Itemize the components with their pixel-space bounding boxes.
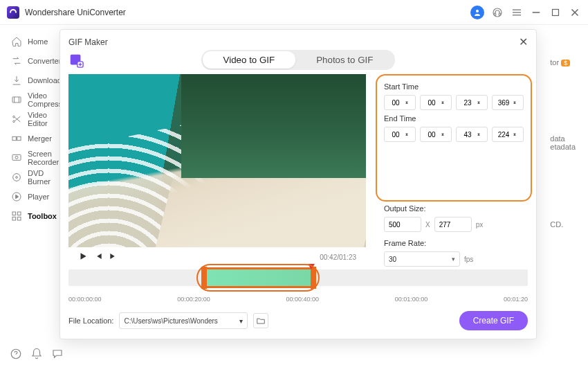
add-media-icon[interactable] [68, 53, 84, 68]
timeline: 00:00:00:00 00:00:20:00 00:00:40:00 00:0… [68, 269, 528, 303]
help-icon[interactable] [10, 348, 22, 360]
frame-rate-label: Frame Rate: [384, 239, 524, 247]
start-millis[interactable]: ▲▼ [492, 95, 524, 110]
svg-point-11 [15, 156, 18, 159]
chevron-down-icon: ▾ [452, 256, 455, 262]
merger-icon [11, 133, 22, 144]
play-button[interactable] [78, 251, 88, 262]
output-width[interactable] [384, 217, 421, 232]
sidebar-item-toolbox[interactable]: Toolbox [11, 206, 55, 226]
end-time-label: End Time [384, 114, 524, 123]
svg-rect-9 [17, 136, 21, 140]
svg-rect-10 [12, 154, 21, 160]
maximize-button[interactable] [549, 6, 562, 19]
download-icon [11, 75, 22, 86]
minimize-button[interactable] [530, 6, 542, 19]
sidebar-item-label: Toolbox [28, 212, 57, 220]
x-label: X [425, 221, 430, 229]
create-gif-button[interactable]: Create GIF [459, 311, 528, 330]
recorder-icon [11, 152, 22, 163]
playback-time: 00:42/01:23 [320, 253, 356, 261]
app-logo-icon [7, 6, 19, 19]
app-title: Wondershare UniConverter [25, 8, 126, 17]
svg-point-13 [16, 177, 18, 179]
open-folder-button[interactable] [253, 313, 268, 328]
end-minutes[interactable]: ▲▼ [420, 127, 452, 142]
svg-rect-16 [17, 212, 21, 215]
scissors-icon [11, 114, 22, 125]
close-button[interactable] [569, 6, 581, 19]
fps-label: fps [464, 256, 473, 263]
frame-rate-select[interactable]: 30▾ [384, 251, 460, 267]
compressor-icon [11, 94, 22, 105]
svg-rect-15 [12, 212, 16, 215]
px-label: px [476, 221, 484, 229]
sidebar-item-label: Player [28, 193, 49, 201]
timeline-ticks: 00:00:00:00 00:00:20:00 00:00:40:00 00:0… [68, 296, 528, 303]
sidebar: Home Converter Downloader Video Compress… [0, 25, 55, 343]
next-frame-button[interactable] [109, 251, 118, 262]
timeline-selection[interactable] [203, 269, 314, 286]
statusbar [0, 343, 73, 365]
svg-rect-2 [495, 12, 496, 15]
timeline-track[interactable] [68, 269, 528, 286]
start-seconds[interactable]: ▲▼ [456, 95, 488, 110]
file-location-select[interactable]: C:\Users\ws\Pictures\Wonders▾ [119, 312, 248, 329]
sidebar-item-merger[interactable]: Merger [11, 129, 55, 148]
dialog-title: GIF Maker [68, 37, 108, 47]
dialog-close-icon[interactable]: ✕ [519, 35, 528, 48]
svg-rect-18 [17, 217, 21, 220]
mode-segment: Video to GIF Photos to GIF [201, 50, 396, 70]
bell-icon[interactable] [30, 348, 43, 360]
tab-photos-to-gif[interactable]: Photos to GIF [295, 51, 394, 69]
sidebar-item-label: DVD Burner [28, 169, 55, 186]
svg-rect-4 [553, 9, 559, 15]
sidebar-item-player[interactable]: Player [11, 187, 55, 206]
dvd-icon [11, 172, 22, 183]
end-seconds[interactable]: ▲▼ [456, 127, 488, 142]
background-window-labels: tor $ data etadata CD. [550, 58, 576, 229]
end-hours[interactable]: ▲▼ [384, 127, 416, 142]
svg-rect-17 [12, 217, 16, 220]
start-time-label: Start Time [384, 82, 524, 91]
end-millis[interactable]: ▲▼ [492, 127, 524, 142]
sidebar-item-converter[interactable]: Converter [11, 51, 55, 71]
chevron-down-icon: ▾ [239, 317, 243, 325]
timeline-playhead[interactable] [308, 264, 315, 269]
sidebar-item-home[interactable]: Home [11, 32, 55, 51]
svg-rect-3 [499, 12, 500, 15]
svg-rect-5 [12, 97, 21, 103]
main-area: tor $ data etadata CD. GIF Maker ✕ Video… [55, 25, 588, 343]
toolbox-icon [11, 211, 22, 222]
svg-point-7 [13, 121, 15, 123]
sidebar-item-label: Screen Recorder [28, 150, 59, 166]
file-location-label: File Location: [68, 317, 113, 325]
sidebar-item-dvd-burner[interactable]: DVD Burner [11, 168, 55, 187]
output-size-label: Output Size: [384, 204, 524, 213]
start-minutes[interactable]: ▲▼ [420, 95, 452, 110]
sidebar-item-screen-recorder[interactable]: Screen Recorder [11, 148, 55, 168]
menu-icon[interactable] [511, 6, 523, 19]
account-icon[interactable] [470, 6, 484, 19]
sidebar-item-label: Video Editor [28, 111, 55, 127]
output-height[interactable] [434, 217, 472, 232]
gif-maker-dialog: GIF Maker ✕ Video to GIF Photos to GIF [59, 29, 537, 339]
sidebar-item-label: Home [28, 37, 48, 46]
converter-icon [11, 55, 22, 66]
tab-video-to-gif[interactable]: Video to GIF [203, 51, 296, 69]
transport-bar: 00:42/01:23 [68, 247, 366, 267]
video-preview[interactable] [68, 74, 366, 247]
sidebar-item-downloader[interactable]: Downloader [11, 71, 55, 90]
sidebar-item-video-compressor[interactable]: Video Compressor [11, 90, 55, 109]
sidebar-item-video-editor[interactable]: Video Editor [11, 109, 55, 129]
feedback-icon[interactable] [51, 348, 64, 360]
start-hours[interactable]: ▲▼ [384, 95, 416, 110]
prev-frame-button[interactable] [93, 251, 103, 262]
svg-point-0 [476, 10, 479, 12]
support-icon[interactable] [491, 6, 504, 19]
svg-rect-8 [12, 136, 16, 140]
svg-point-6 [13, 116, 15, 118]
svg-point-12 [13, 174, 21, 181]
time-range-panel: Start Time ▲▼ ▲▼ ▲▼ ▲▼ End Time ▲▼ ▲▼ ▲▼ [376, 74, 532, 202]
sidebar-item-label: Merger [28, 134, 52, 143]
